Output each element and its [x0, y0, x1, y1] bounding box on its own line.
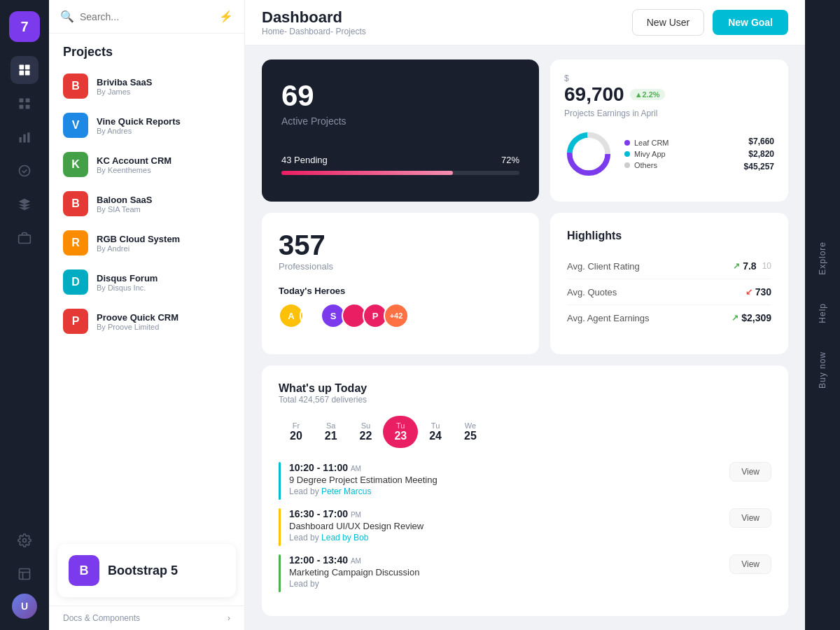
progress-bar-bg	[281, 171, 519, 175]
event-view-button[interactable]: View	[729, 462, 771, 482]
legend-mivy-label: Mivy App	[634, 150, 666, 158]
filter-icon[interactable]: ⚡	[219, 10, 233, 23]
sidebar-icon-chart[interactable]	[10, 123, 38, 151]
active-projects-card: 69 Active Projects 43 Pending 72%	[262, 59, 539, 202]
project-logo: R	[63, 230, 88, 255]
earnings-amount: 69,700 ▲2.2%	[564, 83, 774, 106]
project-logo: K	[63, 152, 88, 177]
highlights-card: Highlights Avg. Client Rating ↗ 7.810 Av…	[550, 213, 788, 354]
sidebar-icon-layers[interactable]	[10, 190, 38, 218]
svg-rect-7	[26, 105, 30, 109]
project-author: By SIA Team	[97, 205, 152, 214]
svg-rect-4	[20, 99, 24, 103]
left-panel: 🔍 ⚡ Projects B Briviba SaaS By James V V…	[49, 0, 245, 630]
donut-chart	[564, 130, 613, 178]
cal-day-name: Tu	[396, 421, 405, 430]
cal-day-name: Fr	[293, 421, 300, 430]
legend-others: Others	[624, 161, 669, 169]
svg-rect-0	[20, 65, 24, 70]
project-author: By Keenthemes	[97, 166, 172, 174]
sidebar-icon-check[interactable]	[10, 157, 38, 185]
highlight-value: ↗ 7.810	[733, 260, 771, 272]
event-content: 12:00 - 13:40 AM Marketing Campaign Disc…	[289, 554, 721, 589]
project-item[interactable]: V Vine Quick Reports By Andres	[57, 106, 236, 145]
calendar-day[interactable]: Tu23	[383, 416, 418, 448]
cal-day-num: 22	[360, 430, 372, 442]
docs-bar[interactable]: Docs & Components ›	[49, 606, 244, 630]
cal-day-num: 21	[325, 430, 337, 442]
svg-rect-5	[26, 99, 30, 103]
event-item: 10:20 - 11:00 AM 9 Degree Project Estima…	[279, 462, 771, 500]
right-panel: Explore Help Buy now	[805, 0, 840, 630]
project-author: By Andres	[97, 127, 181, 135]
project-item[interactable]: D Disqus Forum By Disqus Inc.	[57, 262, 236, 302]
sidebar-icon-settings[interactable]	[10, 526, 38, 554]
progress-bar-fill	[281, 171, 453, 175]
event-content: 10:20 - 11:00 AM 9 Degree Project Estima…	[289, 462, 721, 496]
svg-rect-2	[20, 71, 24, 76]
event-view-button[interactable]: View	[729, 508, 771, 528]
legend-mivy: Mivy App	[624, 150, 669, 158]
svg-rect-13	[20, 569, 30, 580]
help-label[interactable]: Help	[808, 289, 837, 337]
wu-header: What's up Today Total 424,567 deliveries	[279, 382, 771, 405]
docs-arrow: ›	[227, 613, 230, 623]
project-item[interactable]: R RGB Cloud System By Andrei	[57, 223, 236, 262]
new-goal-button[interactable]: New Goal	[713, 10, 788, 35]
wu-sub: Total 424,567 deliveries	[279, 395, 771, 405]
highlight-row: Avg. Agent Earnings ↗ $2,309	[567, 305, 771, 330]
sidebar-icon-layout[interactable]	[10, 560, 38, 588]
highlight-value: ↙ 730	[746, 286, 771, 298]
event-line	[279, 462, 281, 500]
cal-day-num: 20	[290, 430, 302, 442]
calendar-day[interactable]: We25	[453, 416, 488, 448]
event-time: 16:30 - 17:00 PM	[289, 508, 721, 519]
new-user-button[interactable]: New User	[632, 9, 704, 36]
cal-day-num: 25	[464, 430, 477, 442]
event-name: 9 Degree Project Estimation Meeting	[289, 475, 721, 485]
event-lead-link[interactable]: Lead by Bob	[321, 533, 368, 542]
project-list: B Briviba SaaS By James V Vine Quick Rep…	[49, 66, 244, 536]
event-lead: Lead by Lead by Bob	[289, 533, 721, 542]
project-item[interactable]: K KC Account CRM By Keenthemes	[57, 145, 236, 184]
highlight-row: Avg. Client Rating ↗ 7.810	[567, 253, 771, 279]
heroes-avatars: ASP+42	[279, 303, 522, 328]
highlights-rows: Avg. Client Rating ↗ 7.810 Avg. Quotes ↙…	[567, 253, 771, 330]
project-info: Baloon SaaS By SIA Team	[97, 195, 152, 214]
event-ampm: PM	[351, 511, 361, 519]
sidebar-icon-briefcase[interactable]	[10, 224, 38, 252]
project-name: Vine Quick Reports	[97, 116, 181, 127]
legend-leaf-label: Leaf CRM	[634, 139, 669, 147]
bootstrap-card[interactable]: B Bootstrap 5	[57, 544, 236, 597]
svg-rect-6	[20, 105, 24, 109]
calendar-day[interactable]: Sa21	[314, 416, 349, 448]
sidebar-icon-grid[interactable]	[10, 90, 38, 118]
user-avatar[interactable]: 7	[9, 11, 40, 42]
buy-now-label[interactable]: Buy now	[808, 337, 837, 402]
percent-label: 72%	[501, 155, 519, 165]
earnings-card: $ 69,700 ▲2.2% Projects Earnings in Apri…	[550, 59, 788, 202]
project-name: RGB Cloud System	[97, 234, 180, 244]
explore-label[interactable]: Explore	[808, 227, 837, 289]
whats-up-card: What's up Today Total 424,567 deliveries…	[262, 365, 788, 616]
search-input[interactable]	[80, 11, 214, 22]
project-author: By Disqus Inc.	[97, 284, 158, 292]
top-actions: New User New Goal	[632, 9, 788, 36]
project-info: KC Account CRM By Keenthemes	[97, 155, 172, 174]
project-name: Briviba SaaS	[97, 77, 153, 88]
event-view-button[interactable]: View	[729, 554, 771, 574]
calendar-day[interactable]: Tu24	[418, 416, 453, 448]
calendar-day[interactable]: Fr20	[279, 416, 314, 448]
project-item[interactable]: P Proove Quick CRM By Proove Limited	[57, 302, 236, 341]
highlight-label: Avg. Agent Earnings	[567, 313, 650, 323]
calendar-day[interactable]: Su22	[349, 416, 384, 448]
sidebar-icon-dashboard[interactable]	[10, 56, 38, 84]
pending-label: 43 Pending	[281, 155, 328, 165]
project-logo: B	[63, 191, 88, 216]
event-lead-link[interactable]: Peter Marcus	[321, 486, 371, 496]
project-item[interactable]: B Baloon SaaS By SIA Team	[57, 184, 236, 223]
user-profile-avatar[interactable]: U	[12, 594, 37, 619]
earnings-v1: $7,660	[744, 136, 774, 146]
heroes-label: Today's Heroes	[279, 286, 522, 296]
project-item[interactable]: B Briviba SaaS By James	[57, 66, 236, 106]
